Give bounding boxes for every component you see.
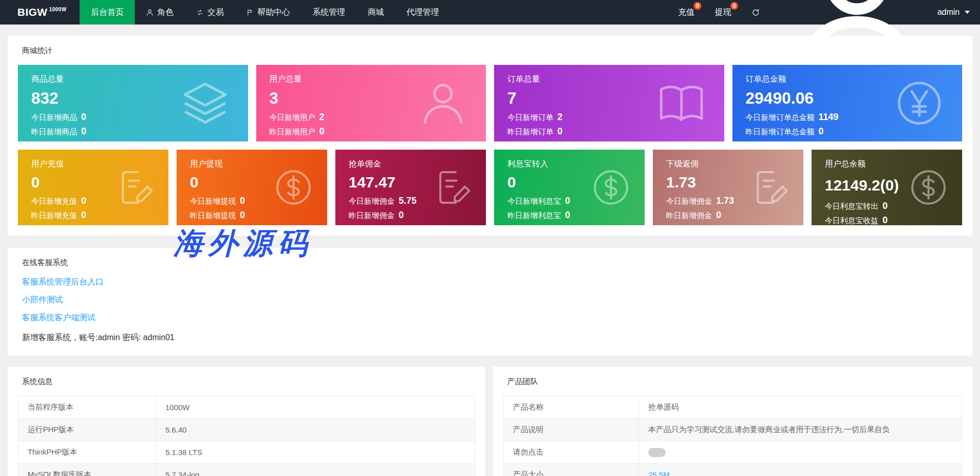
nav-label: 角色 [157, 7, 174, 18]
top-navbar: BIGW1000W 后台首页 角色 交易 帮助中心 系统管理 商城 代理管理 充… [0, 0, 980, 25]
stat-line-label: 今日新增佣金 [666, 197, 712, 206]
recharge-badge: 0 [694, 2, 701, 10]
stat-line-value: 0 [81, 126, 86, 137]
nav-label: 交易 [207, 7, 224, 18]
stat-line-value: 0 [81, 112, 86, 123]
stat-line-label: 今日新增充值 [31, 197, 77, 206]
nav-item-roles[interactable]: 角色 [135, 0, 185, 25]
nav-item-trade[interactable]: 交易 [185, 0, 235, 25]
product-team-table: 产品名称 抢单源码 产品说明 本产品只为学习测试交流,请勿要做商业或者用于违法行… [503, 396, 962, 476]
user-menu[interactable]: admin [770, 0, 980, 25]
stat-line-value: 1149 [819, 112, 839, 123]
navbar-right: 充值 0 提现 0 admin [668, 0, 980, 25]
stat-card-user-recharge: 用户充值 0 今日新增充值0 昨日新增充值0 [18, 150, 168, 225]
stat-line-label: 昨日新增订单 [507, 127, 553, 137]
stat-line-label: 今日新增利息宝 [507, 197, 561, 206]
stat-line-label: 昨日新增佣金 [666, 211, 712, 221]
stat-line-label: 昨日新增佣金 [349, 211, 395, 221]
nav-item-agents[interactable]: 代理管理 [395, 0, 450, 25]
info-value: 25.5M [639, 464, 962, 476]
file-pen-icon [114, 167, 155, 208]
stat-card-users-total: 用户总量 3 今日新增用户2 昨日新增用户0 [256, 65, 486, 141]
stat-line-label: 昨日新增提现 [190, 211, 236, 221]
stat-line-label: 今日新增用户 [270, 113, 315, 123]
stat-line-label: 昨日新增充值 [31, 211, 77, 221]
username: admin [937, 8, 960, 17]
stat-line-value: 0 [565, 210, 570, 221]
service-credentials-note: 新增客服系统，账号:admin 密码: admin01 [22, 332, 962, 343]
do-not-click-badge[interactable] [648, 448, 666, 457]
stat-line-value: 0 [557, 126, 562, 137]
stat-line-value: 5.75 [399, 196, 416, 206]
info-value: 抢单源码 [639, 396, 962, 419]
book-icon [656, 78, 707, 129]
main-nav: 后台首页 角色 交易 帮助中心 系统管理 商城 代理管理 [80, 0, 450, 25]
table-row: MySQL数据库版本 5.7.34-log [18, 464, 475, 476]
refresh-icon [751, 8, 760, 17]
service-panel-title: 在线客服系统 [18, 258, 962, 268]
nav-label: 系统管理 [312, 7, 345, 18]
info-value [639, 441, 962, 464]
info-label: 运行PHP版本 [18, 419, 156, 441]
nav-label: 帮助中心 [257, 7, 290, 18]
recharge-button[interactable]: 充值 0 [668, 0, 704, 25]
file-pen-icon [749, 167, 790, 208]
nav-item-dashboard[interactable]: 后台首页 [80, 0, 135, 25]
stat-line-label: 昨日新增用户 [270, 127, 315, 137]
brand-logo[interactable]: BIGW1000W [0, 0, 80, 25]
exchange-icon [196, 9, 204, 16]
stats-row-2: 用户充值 0 今日新增充值0 昨日新增充值0 用户提现 0 今日新增提现0 昨日… [18, 150, 962, 225]
product-team-title: 产品团队 [503, 377, 962, 387]
stat-line-value: 2 [557, 112, 562, 123]
chevron-down-icon [965, 11, 970, 14]
stat-line-value: 0 [320, 126, 325, 137]
info-value: 1000W [156, 396, 475, 419]
mall-stats-panel: 商城统计 商品总量 832 今日新增商品0 昨日新增商品0 用户总量 3 今日新… [8, 36, 972, 235]
flag-icon [246, 9, 254, 16]
table-row: 当前程序版本 1000W [18, 396, 475, 419]
stat-line-label: 今日新增佣金 [349, 197, 395, 206]
info-value: 5.7.34-log [156, 464, 475, 476]
service-client-test-link[interactable]: 客服系统客户端测试 [22, 313, 95, 323]
stats-row-1: 商品总量 832 今日新增商品0 昨日新增商品0 用户总量 3 今日新增用户2 … [18, 65, 962, 141]
recharge-label: 充值 [678, 7, 694, 18]
dollar-icon [273, 167, 314, 208]
stat-line-value: 0 [565, 196, 570, 206]
info-value: 5.6.40 [156, 419, 475, 441]
system-info-panel: 系统信息 当前程序版本 1000W 运行PHP版本 5.6.40 ThinkPH… [8, 367, 485, 476]
stat-line-value: 0 [399, 210, 404, 221]
nav-label: 商城 [368, 7, 384, 18]
nav-label: 后台首页 [91, 7, 124, 18]
stat-line-label: 今日新增订单总金额 [746, 113, 815, 123]
nav-item-system[interactable]: 系统管理 [301, 0, 356, 25]
nav-item-help-center[interactable]: 帮助中心 [235, 0, 301, 25]
stat-line-value: 1.73 [716, 196, 734, 206]
nav-item-mall[interactable]: 商城 [356, 0, 395, 25]
system-info-table: 当前程序版本 1000W 运行PHP版本 5.6.40 ThinkPHP版本 5… [18, 396, 475, 476]
info-label: 产品名称 [504, 396, 639, 419]
stat-card-sub-rebate: 下级返佣 1.73 今日新增佣金1.73 昨日新增佣金0 [653, 150, 803, 225]
stat-line-label: 今日利息宝收益 [825, 216, 878, 226]
refresh-button[interactable] [741, 0, 770, 25]
stat-line-label: 今日新增商品 [31, 113, 77, 123]
stat-line-value: 0 [716, 210, 721, 221]
dollar-icon [591, 167, 631, 208]
stat-line-label: 昨日新增订单总金额 [746, 127, 815, 137]
stat-line-value: 0 [81, 210, 86, 221]
stat-line-value: 2 [320, 112, 325, 123]
withdraw-button[interactable]: 提现 0 [704, 0, 741, 25]
withdraw-badge: 0 [730, 2, 738, 10]
person-icon [418, 78, 469, 129]
product-size-link[interactable]: 25.5M [648, 470, 670, 476]
stat-card-user-withdraw: 用户提现 0 今日新增提现0 昨日新增提现0 [177, 150, 327, 225]
stat-line-label: 昨日新增利息宝 [507, 211, 561, 221]
table-row: ThinkPHP版本 5.1.38 LTS [18, 441, 475, 464]
product-team-panel: 产品团队 产品名称 抢单源码 产品说明 本产品只为学习测试交流,请勿要做商业或者… [493, 367, 972, 476]
nav-label: 代理管理 [406, 7, 439, 18]
info-label: 产品大小 [504, 464, 639, 476]
person-icon [146, 9, 154, 16]
stat-card-user-balance-total: 用户总余额 12149.2(0) 今日利息宝转出0 今日利息宝收益0 [812, 150, 962, 225]
widget-test-link[interactable]: 小部件测试 [22, 295, 63, 305]
stat-line-value: 0 [81, 196, 86, 206]
service-admin-entry-link[interactable]: 客服系统管理后台入口 [22, 277, 104, 288]
